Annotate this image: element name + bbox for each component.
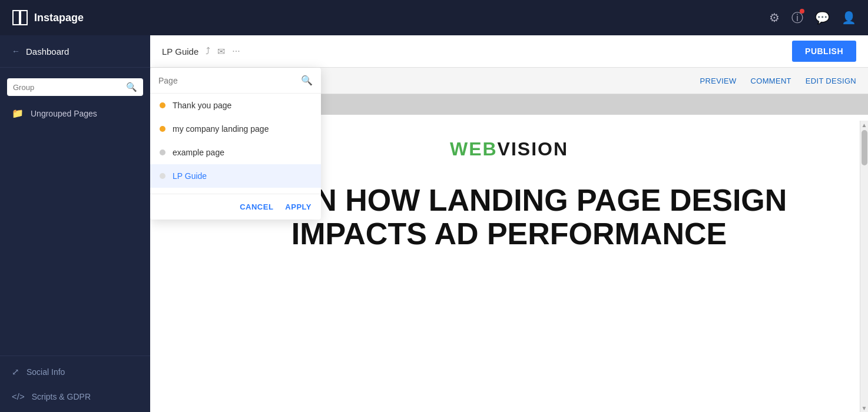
page-search-input[interactable]: [158, 76, 296, 85]
chat-icon[interactable]: 💬: [815, 11, 830, 25]
info-icon[interactable]: ⓘ: [791, 10, 803, 26]
trend-icon[interactable]: ⤴: [206, 46, 210, 57]
webvision-logo: WEBVISION: [450, 138, 568, 160]
social-info-label: Social Info: [26, 367, 65, 377]
dashboard-label: Dashboard: [26, 46, 69, 57]
sidebar-item-social-info[interactable]: ⤢ Social Info: [0, 360, 150, 384]
svg-rect-0: [13, 11, 19, 25]
page-dot-example: [160, 149, 165, 155]
code-icon: </>: [12, 391, 25, 401]
page-title: LP Guide: [162, 46, 198, 57]
apply-button[interactable]: APPLY: [285, 202, 312, 211]
logo-icon: [12, 9, 28, 26]
page-search-icon: 🔍: [301, 75, 313, 86]
publish-button[interactable]: PUBLISH: [792, 41, 856, 62]
page-dropdown: 🔍 Thank you page my company landing page…: [150, 68, 321, 220]
webvision-black-text: VISION: [498, 138, 568, 160]
page-subheader: LP Guide ⤴ ✉ ··· PUBLISH: [150, 35, 868, 68]
scroll-up-arrow[interactable]: ▲: [860, 121, 868, 129]
page-name-thank-you: Thank you page: [173, 101, 231, 110]
edit-design-link[interactable]: EDIT DESIGN: [806, 77, 856, 85]
page-dot-company-landing: [160, 126, 165, 132]
group-search-icon: 🔍: [126, 82, 137, 92]
user-icon[interactable]: 👤: [842, 11, 856, 25]
topbar: Instapage ⚙ ⓘ 💬 👤: [0, 0, 868, 35]
share-icon: ⤢: [12, 367, 19, 377]
page-item-lp-guide[interactable]: LP Guide: [150, 164, 321, 188]
page-name-company-landing: my company landing page: [173, 124, 269, 134]
layout: ← Dashboard 🔍 📁 Ungrouped Pages ⤢ Social…: [0, 35, 868, 412]
back-to-dashboard[interactable]: ← Dashboard: [0, 35, 150, 68]
comment-link[interactable]: COMMENT: [751, 77, 791, 85]
headline-line2: IMPACTS AD PERFORMANCE: [291, 217, 727, 251]
page-item-thank-you[interactable]: Thank you page: [150, 94, 321, 117]
page-dot-lp-guide: [160, 173, 165, 179]
logo: Instapage: [12, 9, 84, 26]
notification-dot: [800, 9, 804, 14]
group-search-wrap: 🔍: [7, 78, 143, 96]
back-arrow-icon: ←: [12, 46, 20, 56]
folder-icon: 📁: [12, 108, 24, 119]
page-subheader-left: LP Guide ⤴ ✉ ···: [162, 46, 240, 57]
page-item-example[interactable]: example page: [150, 141, 321, 164]
email-icon[interactable]: ✉: [217, 46, 225, 57]
group-section: 🔍 📁 Ungrouped Pages: [0, 68, 150, 355]
logo-text: Instapage: [34, 12, 84, 24]
scripts-gdpr-label: Scripts & GDPR: [32, 392, 91, 401]
preview-link[interactable]: PREVIEW: [700, 77, 737, 85]
group-search-input[interactable]: [13, 83, 122, 92]
webvision-green-text: WEB: [450, 138, 498, 160]
main: LP Guide ⤴ ✉ ··· PUBLISH 🔍 Thank you pag…: [150, 35, 868, 412]
ungrouped-pages-item[interactable]: 📁 Ungrouped Pages: [0, 102, 150, 125]
topbar-icons: ⚙ ⓘ 💬 👤: [769, 10, 856, 26]
svg-rect-1: [21, 11, 27, 25]
page-name-example: example page: [173, 148, 224, 157]
scrollbar: ▲ ▼: [860, 121, 868, 412]
sidebar: ← Dashboard 🔍 📁 Ungrouped Pages ⤢ Social…: [0, 35, 150, 412]
cancel-button[interactable]: CANCEL: [240, 202, 273, 211]
page-dropdown-footer: CANCEL APPLY: [150, 194, 321, 220]
ungrouped-label: Ungrouped Pages: [31, 109, 97, 118]
page-item-company-landing[interactable]: my company landing page: [150, 117, 321, 141]
more-icon[interactable]: ···: [232, 46, 240, 57]
settings-icon[interactable]: ⚙: [769, 11, 780, 25]
sidebar-bottom: ⤢ Social Info </> Scripts & GDPR: [0, 355, 150, 412]
page-dot-thank-you: [160, 102, 165, 108]
sidebar-item-scripts-gdpr[interactable]: </> Scripts & GDPR: [0, 384, 150, 408]
page-name-lp-guide: LP Guide: [173, 171, 207, 181]
scroll-down-arrow[interactable]: ▼: [860, 404, 868, 412]
page-search-wrap: 🔍: [150, 68, 321, 94]
scrollbar-thumb[interactable]: [862, 130, 867, 165]
